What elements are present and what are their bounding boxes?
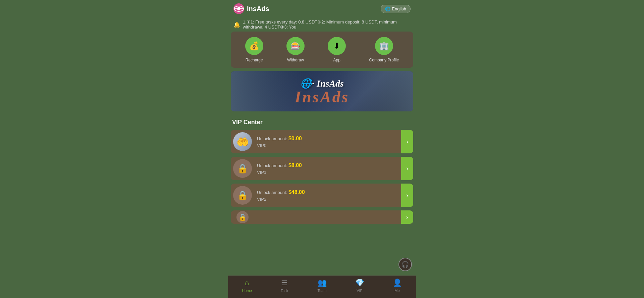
logo-icon bbox=[233, 3, 244, 14]
notification-bar: 🔔 1.①1: Free tasks every day: 0.8 USDT②2… bbox=[228, 17, 416, 32]
vip-card-0[interactable]: 🤲 Unlock amount: $0.00 VIP0 › bbox=[231, 130, 413, 153]
logo-text: InsAds bbox=[247, 5, 269, 13]
logo-area: InsAds bbox=[233, 3, 269, 14]
me-icon: 👤 bbox=[393, 279, 402, 287]
home-icon: ⌂ bbox=[245, 279, 249, 287]
vip2-unlock-text: Unlock amount: bbox=[257, 190, 288, 195]
language-button[interactable]: 🌐 English bbox=[381, 5, 411, 13]
vip-card-2[interactable]: 🔒 Unlock amount: $48.00 VIP2 › bbox=[231, 184, 413, 207]
headset-icon: 🎧 bbox=[401, 261, 409, 268]
banner-title: 🌐· InsAds bbox=[295, 78, 350, 89]
task-icon: ☰ bbox=[281, 279, 288, 287]
vip1-lock-icon: 🔒 bbox=[233, 159, 252, 178]
recharge-label: Recharge bbox=[246, 58, 263, 62]
banner-overlay: 🌐· InsAds InsAds bbox=[295, 78, 350, 105]
vip2-arrow-btn[interactable]: › bbox=[401, 184, 413, 207]
vip-label: VIP bbox=[357, 289, 363, 293]
vip0-badge: 🤲 bbox=[233, 132, 252, 151]
nav-vip[interactable]: 💎 VIP bbox=[341, 279, 378, 293]
vip0-level: VIP0 bbox=[257, 143, 398, 148]
recharge-icon: 💰 bbox=[245, 37, 263, 55]
vip3-info bbox=[254, 213, 401, 221]
bottom-nav: ⌂ Home ☰ Task 👥 Team 💎 VIP 👤 Me bbox=[228, 276, 416, 298]
support-button[interactable]: 🎧 bbox=[398, 258, 412, 271]
nav-team[interactable]: 👥 Team bbox=[303, 279, 341, 293]
task-label: Task bbox=[281, 289, 288, 293]
vip1-arrow-btn[interactable]: › bbox=[401, 157, 413, 180]
team-icon: 👥 bbox=[318, 279, 327, 287]
vip-section: VIP Center 🤲 Unlock amount: $0.00 VIP0 ›… bbox=[228, 115, 416, 231]
company-icon: 🏢 bbox=[375, 37, 393, 55]
vip0-info: Unlock amount: $0.00 VIP0 bbox=[254, 132, 401, 152]
header: InsAds 🌐 English bbox=[228, 0, 416, 17]
vip3-icon: 🔒 bbox=[236, 211, 249, 223]
vip2-lock-icon: 🔒 bbox=[233, 186, 252, 205]
vip3-avatar: 🔒 bbox=[231, 210, 254, 224]
notification-text: 1.①1: Free tasks every day: 0.8 USDT②2: … bbox=[243, 19, 411, 30]
vip1-amount: $8.00 bbox=[288, 162, 302, 168]
banner-bg-right bbox=[340, 71, 413, 111]
banner-bg-left bbox=[231, 71, 304, 111]
vip0-amount: $0.00 bbox=[288, 136, 302, 141]
action-withdraw[interactable]: 🎰 Withdraw bbox=[286, 37, 305, 62]
vip1-level: VIP1 bbox=[257, 170, 398, 175]
nav-me[interactable]: 👤 Me bbox=[378, 279, 416, 293]
vip1-info: Unlock amount: $8.00 VIP1 bbox=[254, 158, 401, 179]
vip-card-1[interactable]: 🔒 Unlock amount: $8.00 VIP1 › bbox=[231, 157, 413, 180]
action-app[interactable]: ⬇ App bbox=[328, 37, 346, 62]
app-label: App bbox=[333, 58, 340, 62]
vip0-unlock-text: Unlock amount: bbox=[257, 136, 288, 141]
vip3-arrow-btn[interactable]: › bbox=[401, 210, 413, 224]
vip-icon: 💎 bbox=[355, 279, 364, 287]
quick-actions: 💰 Recharge 🎰 Withdraw ⬇ App 🏢 Company Pr… bbox=[231, 32, 413, 68]
action-company-profile[interactable]: 🏢 Company Profile bbox=[369, 37, 399, 62]
vip0-avatar: 🤲 bbox=[231, 130, 254, 153]
vip-center-title: VIP Center bbox=[231, 119, 413, 126]
nav-task[interactable]: ☰ Task bbox=[266, 279, 303, 293]
banner: 🌐· InsAds InsAds bbox=[231, 71, 413, 111]
action-recharge[interactable]: 💰 Recharge bbox=[245, 37, 263, 62]
nav-home[interactable]: ⌂ Home bbox=[228, 279, 266, 293]
withdraw-icon: 🎰 bbox=[286, 37, 305, 55]
language-label: English bbox=[392, 6, 406, 11]
vip1-avatar: 🔒 bbox=[231, 157, 254, 180]
vip2-level: VIP2 bbox=[257, 197, 398, 202]
banner-subtitle: InsAds bbox=[295, 89, 350, 105]
vip2-info: Unlock amount: $48.00 VIP2 bbox=[254, 185, 401, 206]
globe-icon: 🌐 bbox=[385, 6, 390, 11]
company-label: Company Profile bbox=[369, 58, 399, 62]
team-label: Team bbox=[318, 289, 327, 293]
home-label: Home bbox=[242, 289, 252, 293]
bell-icon: 🔔 bbox=[233, 21, 240, 28]
vip2-avatar: 🔒 bbox=[231, 184, 254, 207]
vip2-amount: $48.00 bbox=[288, 189, 305, 195]
vip-card-3[interactable]: 🔒 › bbox=[231, 210, 413, 224]
app-icon: ⬇ bbox=[328, 37, 346, 55]
vip0-arrow-btn[interactable]: › bbox=[401, 130, 413, 153]
vip1-unlock-text: Unlock amount: bbox=[257, 163, 288, 168]
app-container: InsAds 🌐 English 🔔 1.①1: Free tasks ever… bbox=[228, 0, 416, 298]
withdraw-label: Withdraw bbox=[287, 58, 304, 62]
me-label: Me bbox=[394, 289, 399, 293]
